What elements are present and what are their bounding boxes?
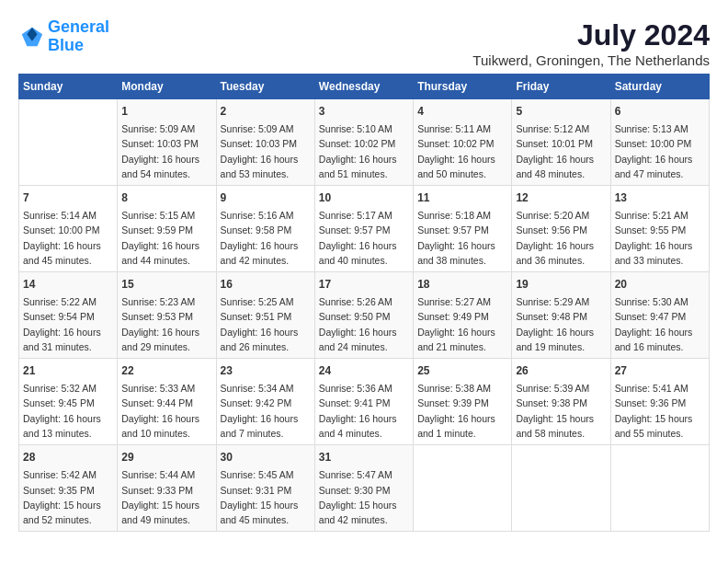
day-number: 30: [221, 449, 311, 465]
calendar-cell: 6Sunrise: 5:13 AM Sunset: 10:00 PM Dayli…: [610, 99, 709, 186]
calendar-cell: [512, 445, 610, 532]
day-content: Sunrise: 5:17 AM Sunset: 9:57 PM Dayligh…: [319, 208, 409, 268]
calendar-cell: 14Sunrise: 5:22 AM Sunset: 9:54 PM Dayli…: [19, 272, 118, 359]
calendar-table: SundayMondayTuesdayWednesdayThursdayFrid…: [18, 74, 710, 532]
calendar-week-row: 7Sunrise: 5:14 AM Sunset: 10:00 PM Dayli…: [19, 186, 710, 272]
logo-line1: General: [48, 17, 109, 36]
day-number: 19: [516, 276, 606, 293]
calendar-cell: 24Sunrise: 5:36 AM Sunset: 9:41 PM Dayli…: [314, 359, 413, 445]
calendar-cell: [19, 99, 118, 186]
day-content: Sunrise: 5:36 AM Sunset: 9:41 PM Dayligh…: [319, 381, 409, 441]
calendar-week-row: 21Sunrise: 5:32 AM Sunset: 9:45 PM Dayli…: [19, 359, 710, 445]
day-number: 15: [121, 276, 211, 293]
calendar-cell: 16Sunrise: 5:25 AM Sunset: 9:51 PM Dayli…: [216, 272, 314, 359]
calendar-cell: 29Sunrise: 5:44 AM Sunset: 9:33 PM Dayli…: [118, 445, 216, 532]
calendar-cell: 22Sunrise: 5:33 AM Sunset: 9:44 PM Dayli…: [118, 359, 216, 445]
calendar-cell: 25Sunrise: 5:38 AM Sunset: 9:39 PM Dayli…: [414, 359, 512, 445]
calendar-cell: 11Sunrise: 5:18 AM Sunset: 9:57 PM Dayli…: [414, 186, 512, 272]
day-number: 26: [516, 362, 606, 379]
day-number: 14: [23, 276, 113, 293]
calendar-cell: 23Sunrise: 5:34 AM Sunset: 9:42 PM Dayli…: [216, 359, 314, 445]
day-number: 1: [121, 103, 211, 120]
day-content: Sunrise: 5:22 AM Sunset: 9:54 PM Dayligh…: [23, 294, 113, 354]
day-number: 8: [121, 190, 211, 206]
day-content: Sunrise: 5:30 AM Sunset: 9:47 PM Dayligh…: [615, 294, 705, 354]
day-number: 3: [319, 103, 409, 120]
day-number: 21: [23, 362, 113, 379]
calendar-cell: 10Sunrise: 5:17 AM Sunset: 9:57 PM Dayli…: [314, 186, 413, 272]
day-content: Sunrise: 5:14 AM Sunset: 10:00 PM Daylig…: [23, 208, 113, 268]
day-content: Sunrise: 5:44 AM Sunset: 9:33 PM Dayligh…: [121, 467, 211, 527]
day-content: Sunrise: 5:21 AM Sunset: 9:55 PM Dayligh…: [615, 208, 705, 268]
day-content: Sunrise: 5:47 AM Sunset: 9:30 PM Dayligh…: [319, 467, 409, 527]
calendar-cell: 30Sunrise: 5:45 AM Sunset: 9:31 PM Dayli…: [216, 445, 314, 532]
calendar-cell: 26Sunrise: 5:39 AM Sunset: 9:38 PM Dayli…: [512, 359, 610, 445]
day-number: 11: [417, 190, 507, 206]
calendar-cell: 31Sunrise: 5:47 AM Sunset: 9:30 PM Dayli…: [314, 445, 413, 532]
day-content: Sunrise: 5:45 AM Sunset: 9:31 PM Dayligh…: [221, 467, 311, 527]
day-content: Sunrise: 5:33 AM Sunset: 9:44 PM Dayligh…: [121, 381, 211, 441]
day-number: 10: [319, 190, 409, 206]
calendar-cell: 3Sunrise: 5:10 AM Sunset: 10:02 PM Dayli…: [314, 99, 413, 186]
calendar-cell: 28Sunrise: 5:42 AM Sunset: 9:35 PM Dayli…: [19, 445, 118, 532]
calendar-cell: 4Sunrise: 5:11 AM Sunset: 10:02 PM Dayli…: [414, 99, 512, 186]
day-header-sunday: Sunday: [19, 75, 118, 99]
calendar-cell: 15Sunrise: 5:23 AM Sunset: 9:53 PM Dayli…: [118, 272, 216, 359]
day-content: Sunrise: 5:38 AM Sunset: 9:39 PM Dayligh…: [417, 381, 507, 441]
day-content: Sunrise: 5:13 AM Sunset: 10:00 PM Daylig…: [615, 121, 705, 181]
day-number: 28: [23, 449, 113, 465]
day-header-friday: Friday: [512, 75, 610, 99]
day-content: Sunrise: 5:29 AM Sunset: 9:48 PM Dayligh…: [516, 294, 606, 354]
calendar-cell: [414, 445, 512, 532]
day-header-tuesday: Tuesday: [216, 75, 314, 99]
day-number: 7: [23, 190, 113, 206]
day-number: 29: [121, 449, 211, 465]
title-block: July 2024 Tuikwerd, Groningen, The Nethe…: [472, 18, 710, 68]
day-number: 25: [417, 362, 507, 379]
day-number: 27: [615, 362, 705, 379]
calendar-week-row: 14Sunrise: 5:22 AM Sunset: 9:54 PM Dayli…: [19, 272, 710, 359]
day-content: Sunrise: 5:20 AM Sunset: 9:56 PM Dayligh…: [516, 208, 606, 268]
day-number: 22: [121, 362, 211, 379]
day-content: Sunrise: 5:09 AM Sunset: 10:03 PM Daylig…: [121, 121, 211, 181]
day-number: 9: [221, 190, 311, 206]
day-header-saturday: Saturday: [610, 75, 709, 99]
page-header: General Blue July 2024 Tuikwerd, Groning…: [18, 18, 710, 68]
day-content: Sunrise: 5:09 AM Sunset: 10:03 PM Daylig…: [221, 121, 311, 181]
calendar-cell: 21Sunrise: 5:32 AM Sunset: 9:45 PM Dayli…: [19, 359, 118, 445]
day-number: 4: [417, 103, 507, 120]
day-content: Sunrise: 5:12 AM Sunset: 10:01 PM Daylig…: [516, 121, 606, 181]
day-content: Sunrise: 5:15 AM Sunset: 9:59 PM Dayligh…: [121, 208, 211, 268]
calendar-cell: [610, 445, 709, 532]
day-number: 12: [516, 190, 606, 206]
logo-icon: [18, 24, 44, 50]
calendar-cell: 7Sunrise: 5:14 AM Sunset: 10:00 PM Dayli…: [19, 186, 118, 272]
day-number: 13: [615, 190, 705, 206]
month-year: July 2024: [472, 18, 710, 52]
calendar-week-row: 1Sunrise: 5:09 AM Sunset: 10:03 PM Dayli…: [19, 99, 710, 186]
day-content: Sunrise: 5:42 AM Sunset: 9:35 PM Dayligh…: [23, 467, 113, 527]
calendar-cell: 13Sunrise: 5:21 AM Sunset: 9:55 PM Dayli…: [610, 186, 709, 272]
day-number: 31: [319, 449, 409, 465]
calendar-cell: 2Sunrise: 5:09 AM Sunset: 10:03 PM Dayli…: [216, 99, 314, 186]
calendar-cell: 18Sunrise: 5:27 AM Sunset: 9:49 PM Dayli…: [414, 272, 512, 359]
day-header-wednesday: Wednesday: [314, 75, 413, 99]
calendar-cell: 9Sunrise: 5:16 AM Sunset: 9:58 PM Daylig…: [216, 186, 314, 272]
calendar-cell: 5Sunrise: 5:12 AM Sunset: 10:01 PM Dayli…: [512, 99, 610, 186]
logo-line2: Blue: [48, 36, 84, 54]
day-number: 5: [516, 103, 606, 120]
day-number: 18: [417, 276, 507, 293]
day-content: Sunrise: 5:10 AM Sunset: 10:02 PM Daylig…: [319, 121, 409, 181]
day-content: Sunrise: 5:18 AM Sunset: 9:57 PM Dayligh…: [417, 208, 507, 268]
calendar-cell: 8Sunrise: 5:15 AM Sunset: 9:59 PM Daylig…: [118, 186, 216, 272]
calendar-cell: 20Sunrise: 5:30 AM Sunset: 9:47 PM Dayli…: [610, 272, 709, 359]
calendar-cell: 1Sunrise: 5:09 AM Sunset: 10:03 PM Dayli…: [118, 99, 216, 186]
calendar-header-row: SundayMondayTuesdayWednesdayThursdayFrid…: [19, 75, 710, 99]
day-number: 23: [221, 362, 311, 379]
day-content: Sunrise: 5:26 AM Sunset: 9:50 PM Dayligh…: [319, 294, 409, 354]
calendar-cell: 12Sunrise: 5:20 AM Sunset: 9:56 PM Dayli…: [512, 186, 610, 272]
day-number: 17: [319, 276, 409, 293]
day-number: 2: [221, 103, 311, 120]
location: Tuikwerd, Groningen, The Netherlands: [472, 52, 710, 68]
calendar-cell: 27Sunrise: 5:41 AM Sunset: 9:36 PM Dayli…: [610, 359, 709, 445]
